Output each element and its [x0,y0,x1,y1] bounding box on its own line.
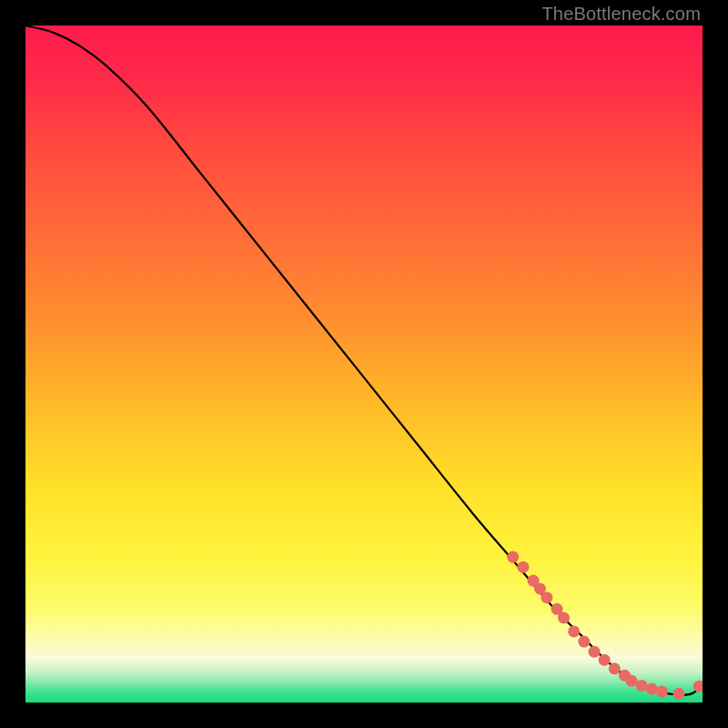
attribution-label: TheBottleneck.com [541,4,701,25]
highlight-marker [625,675,637,687]
bottleneck-chart [25,25,703,703]
highlight-marker [568,625,580,637]
highlight-marker [558,612,570,624]
highlight-marker [656,686,668,698]
highlight-marker [578,636,590,648]
chart-frame [25,25,703,703]
highlight-marker [609,662,621,674]
highlight-marker [646,683,658,695]
highlight-marker [599,654,611,666]
highlight-marker [507,551,519,563]
highlight-marker [636,680,648,692]
highlight-marker [541,592,552,603]
chart-background [25,25,703,703]
highlight-marker [517,561,529,573]
highlight-marker [672,688,684,700]
highlight-marker [588,646,600,658]
